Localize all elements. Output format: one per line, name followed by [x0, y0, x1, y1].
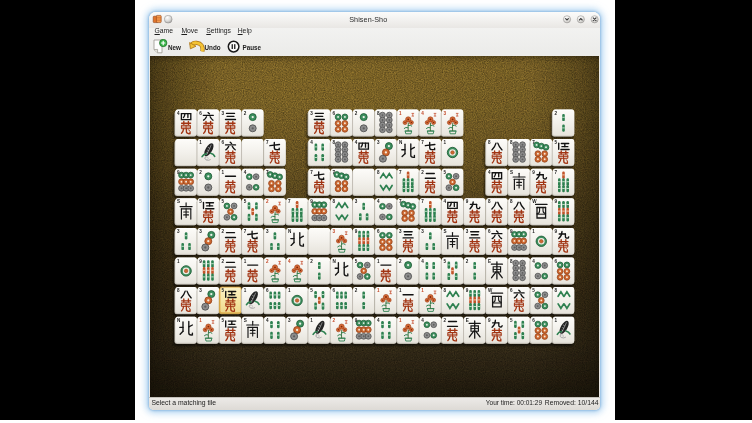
svg-text:3: 3	[199, 229, 202, 234]
svg-text:4: 4	[354, 140, 357, 145]
svg-text:2: 2	[332, 318, 335, 323]
svg-text:3: 3	[332, 229, 335, 234]
svg-text:2: 2	[421, 170, 424, 175]
svg-text:8: 8	[510, 199, 513, 204]
svg-text:4: 4	[288, 259, 291, 264]
svg-text:8: 8	[443, 288, 446, 293]
svg-text:2: 2	[199, 170, 202, 175]
svg-text:2: 2	[554, 111, 557, 116]
svg-text:4: 4	[421, 111, 424, 116]
svg-text:1: 1	[376, 259, 379, 264]
svg-text:5: 5	[199, 199, 202, 204]
svg-text:8: 8	[376, 111, 379, 116]
svg-text:6: 6	[332, 288, 335, 293]
svg-text:5: 5	[510, 318, 513, 323]
svg-text:E: E	[487, 259, 490, 264]
svg-text:7: 7	[288, 199, 291, 204]
svg-text:8: 8	[487, 140, 490, 145]
svg-text:1: 1	[399, 318, 402, 323]
svg-text:3: 3	[443, 111, 446, 116]
svg-text:6: 6	[532, 318, 535, 323]
svg-text:9: 9	[354, 318, 357, 323]
svg-text:3: 3	[221, 111, 224, 116]
svg-text:4: 4	[421, 318, 424, 323]
svg-text:S: S	[177, 199, 180, 204]
svg-text:7: 7	[554, 170, 557, 175]
svg-text:1: 1	[199, 318, 202, 323]
svg-text:7: 7	[265, 170, 268, 175]
svg-text:8: 8	[332, 140, 335, 145]
svg-text:9: 9	[554, 229, 557, 234]
svg-text:5: 5	[243, 199, 246, 204]
svg-text:2: 2	[354, 111, 357, 116]
svg-text:3: 3	[421, 229, 424, 234]
svg-text:1: 1	[243, 288, 246, 293]
svg-text:9: 9	[177, 170, 180, 175]
svg-text:6: 6	[554, 259, 557, 264]
svg-text:2: 2	[465, 259, 468, 264]
svg-text:2: 2	[265, 259, 268, 264]
svg-text:6: 6	[332, 111, 335, 116]
svg-text:7: 7	[265, 140, 268, 145]
svg-text:E: E	[465, 318, 468, 323]
svg-text:5: 5	[221, 199, 224, 204]
svg-text:9: 9	[465, 199, 468, 204]
svg-text:4: 4	[310, 140, 313, 145]
svg-text:3: 3	[310, 111, 313, 116]
svg-text:1: 1	[288, 288, 291, 293]
svg-text:1: 1	[177, 259, 180, 264]
svg-text:3: 3	[354, 199, 357, 204]
svg-text:9: 9	[310, 199, 313, 204]
svg-text:9: 9	[354, 229, 357, 234]
svg-text:5: 5	[443, 170, 446, 175]
svg-text:9: 9	[554, 199, 557, 204]
svg-text:6: 6	[510, 288, 513, 293]
svg-text:W: W	[532, 199, 537, 204]
svg-text:7: 7	[421, 199, 424, 204]
svg-text:9: 9	[532, 170, 535, 175]
svg-text:4: 4	[376, 199, 379, 204]
svg-text:2: 2	[265, 199, 268, 204]
svg-text:1: 1	[310, 318, 313, 323]
svg-text:9: 9	[465, 288, 468, 293]
svg-text:6: 6	[376, 229, 379, 234]
svg-text:1: 1	[221, 170, 224, 175]
svg-text:1: 1	[443, 140, 446, 145]
svg-text:8: 8	[487, 199, 490, 204]
svg-text:1: 1	[399, 111, 402, 116]
svg-text:6: 6	[265, 288, 268, 293]
svg-text:5: 5	[354, 259, 357, 264]
svg-text:3: 3	[399, 229, 402, 234]
svg-text:5: 5	[554, 140, 557, 145]
svg-text:3: 3	[199, 288, 202, 293]
svg-text:7: 7	[399, 199, 402, 204]
svg-text:1: 1	[532, 229, 535, 234]
svg-text:3: 3	[288, 318, 291, 323]
svg-text:2: 2	[354, 288, 357, 293]
svg-text:4: 4	[443, 199, 446, 204]
svg-text:2: 2	[221, 259, 224, 264]
svg-text:7: 7	[243, 229, 246, 234]
svg-text:5: 5	[532, 288, 535, 293]
svg-text:2: 2	[243, 111, 246, 116]
svg-text:1: 1	[243, 259, 246, 264]
svg-text:W: W	[487, 288, 492, 293]
svg-text:9: 9	[487, 318, 490, 323]
svg-text:4: 4	[421, 259, 424, 264]
svg-text:2: 2	[443, 318, 446, 323]
svg-text:7: 7	[332, 170, 335, 175]
svg-text:8: 8	[332, 199, 335, 204]
svg-text:4: 4	[376, 318, 379, 323]
svg-text:3: 3	[265, 229, 268, 234]
svg-text:8: 8	[554, 288, 557, 293]
svg-text:1: 1	[421, 288, 424, 293]
svg-text:S: S	[443, 229, 446, 234]
svg-text:1: 1	[554, 318, 557, 323]
svg-text:6: 6	[487, 229, 490, 234]
svg-text:9: 9	[510, 229, 513, 234]
svg-text:7: 7	[532, 140, 535, 145]
svg-text:4: 4	[177, 111, 180, 116]
svg-text:3: 3	[465, 229, 468, 234]
svg-text:4: 4	[265, 318, 268, 323]
svg-text:7: 7	[399, 170, 402, 175]
